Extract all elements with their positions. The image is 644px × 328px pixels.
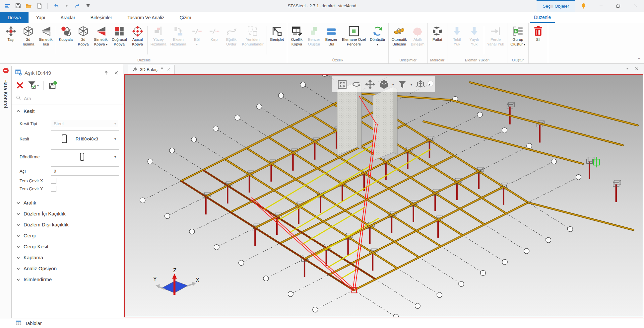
axis-x-label: X (196, 277, 199, 283)
section-collapsed-aralık[interactable]: Aralık (12, 197, 123, 207)
ribbon-button-trim: Kırp (206, 26, 223, 42)
section-collapsed-gergi-kesit[interactable]: Gergi-Kesit (12, 240, 123, 251)
selected-objects-tab[interactable]: Seçili Objeler (537, 0, 575, 12)
notifications-bell-icon[interactable] (575, 0, 592, 12)
save-button[interactable] (14, 2, 22, 10)
tab-close-icon[interactable] (166, 67, 171, 72)
cube3d-icon (78, 26, 89, 37)
aci-input[interactable] (51, 166, 119, 176)
axes-dropdown-icon[interactable]: ▾ (429, 83, 430, 86)
save-preset-button[interactable] (48, 81, 57, 90)
orbit-button[interactable] (350, 78, 362, 91)
ribbon-tab-birleşimler[interactable]: Birleşimler (83, 12, 120, 23)
distributed-load-icon (469, 26, 480, 37)
ribbon-group-makrolar: PatlatMakrolar (428, 23, 447, 63)
ribbon-button-property-copy[interactable]: ÖzellikKopya (288, 26, 305, 46)
ribbon-button-label: BenzerBul (325, 38, 337, 46)
ribbon-tab-araçlar[interactable]: Araçlar (53, 12, 83, 23)
ribbon-button-label: YayılıYük (470, 38, 479, 46)
ribbon-button-mirror-red[interactable]: SimetrikKopya ▾ (92, 26, 110, 47)
clear-filter-button[interactable] (16, 81, 24, 90)
panel-close-icon[interactable] (112, 69, 120, 77)
ribbon-tab-yapı[interactable]: Yapı (29, 12, 53, 23)
ribbon-button-angular-copy[interactable]: AçısalKopya (129, 26, 146, 46)
ribbon-tab-tasarım-ve-analiz[interactable]: Tasarım Ve Analiz (120, 12, 172, 23)
section-collapsed-düzlem-i̇çi-kaçıklık[interactable]: Düzlem İçi Kaçıklık (12, 207, 123, 218)
3d-viewport[interactable]: Y Z X ▾ ▾ ▾ (124, 74, 643, 317)
view-tab-3d[interactable]: 3D Bakış (128, 65, 175, 74)
kesit-select[interactable]: RH80x40x3 ▾ (51, 130, 119, 147)
filter-dropdown-icon[interactable]: ▾ (37, 84, 39, 87)
filter-apply-button[interactable]: ▾ (28, 80, 39, 90)
axes-view-button[interactable] (414, 78, 427, 91)
ribbon-button-linear-copy[interactable]: DoğrusalKopya (110, 26, 129, 46)
ters-cevir-y-label: Ters Çevir Y (20, 186, 51, 191)
tables-button[interactable]: Tablolar (15, 319, 42, 327)
titlebar: STASteel - 2.7.1 -demirci .steel4cad Seç… (0, 0, 644, 12)
ribbon-button-mirror-gray[interactable]: SimetrikTaşı (37, 26, 55, 46)
ters-cevir-x-checkbox[interactable] (51, 178, 56, 184)
qat-options-button[interactable] (84, 2, 92, 10)
smart-connection-icon (412, 26, 423, 37)
section-collapsed-düzlem-dışı-kaçıklık[interactable]: Düzlem Dışı kaçıklık (12, 218, 123, 229)
contextual-tab-duzenle[interactable]: Düzenle (530, 12, 555, 23)
new-file-button[interactable] (35, 2, 43, 10)
qat-separator (47, 3, 48, 9)
similar-create-icon (308, 26, 320, 37)
ribbon-button-delete[interactable]: Sil (530, 26, 547, 42)
section-collapsed-i̇simlendirme[interactable]: İsimlendirme (12, 273, 123, 284)
tab-list-dropdown-icon[interactable] (625, 66, 629, 72)
tab-bar-close-icon[interactable] (635, 66, 639, 72)
document-tab-bar: 3D Bakış (123, 64, 644, 74)
split-icon (191, 26, 203, 37)
error-control-tab[interactable]: Hata Kontrol (3, 79, 8, 108)
section-kesit-header[interactable]: Kesit (12, 105, 123, 116)
redo-button[interactable] (73, 2, 81, 10)
filter-button[interactable] (396, 78, 409, 91)
pan-button[interactable] (364, 78, 376, 91)
chevron-down-icon (16, 212, 20, 216)
ribbon-button-cube3d[interactable]: 3dKopya (75, 26, 92, 46)
ribbon-button-convert[interactable]: Dönüştür▾ (368, 26, 387, 47)
ribbon-button-element-window[interactable]: Elemane ÖzelPencere (340, 26, 368, 46)
close-button[interactable] (627, 0, 644, 12)
3d-scene: Y Z X (125, 75, 643, 317)
view-cube-button[interactable] (378, 78, 390, 91)
section-collapsed-gergi[interactable]: Gergi (12, 229, 123, 240)
search-icon (16, 95, 21, 102)
ribbon-button-explode[interactable]: Patlat (429, 26, 446, 42)
open-folder-button[interactable] (25, 2, 32, 10)
panel-pin-icon[interactable] (102, 69, 110, 77)
undo-button[interactable] (52, 2, 60, 10)
angular-copy-icon (132, 26, 143, 37)
ribbon-button-group-create[interactable]: GurupOluştur ▾ (508, 26, 527, 47)
ribbon-button-cube3d[interactable]: 3dTaşıma (20, 26, 37, 46)
tab-pin-icon[interactable] (160, 67, 164, 72)
ribbon-tab-row: DosyaYapıAraçlarBirleşimlerTasarım Ve An… (0, 12, 644, 23)
restore-button[interactable] (610, 0, 627, 12)
minimize-button[interactable] (592, 0, 610, 12)
ribbon-button-similar-find[interactable]: BenzerBul (323, 26, 340, 46)
zoom-extents-button[interactable] (336, 78, 349, 91)
dondurme-select[interactable]: ▾ (51, 149, 119, 164)
group-create-icon (512, 26, 524, 37)
view-dropdown-icon[interactable]: ▾ (392, 83, 394, 86)
ribbon-collapse-chevron-icon[interactable]: ⌃ (637, 57, 641, 62)
ters-cevir-y-checkbox[interactable] (51, 186, 56, 192)
filter-dropdown-icon[interactable]: ▾ (411, 83, 412, 86)
ribbon-button-label: ÖzellikKopya (291, 38, 303, 46)
ribbon-tab-dosya[interactable]: Dosya (0, 12, 29, 23)
ribbon-tab-çizim[interactable]: Çizim (172, 12, 199, 23)
undo-dropdown-icon[interactable] (63, 2, 71, 10)
ribbon-button-copy[interactable]: Kopyala (57, 26, 75, 42)
ribbon-button-label: BenzerOluştur (308, 38, 320, 46)
ribbon-button-move[interactable]: Taşı (2, 26, 20, 42)
section-collapsed-analiz-opsiyon[interactable]: Analiz Opsiyon (12, 262, 123, 273)
ribbon-button-extend[interactable]: Genişlet (268, 26, 286, 42)
ribbon-button-label: Böl▾ (194, 38, 200, 47)
ribbon-button-auto-connection[interactable]: OtomatikBirleşim (390, 26, 409, 46)
search-input[interactable] (24, 96, 97, 101)
section-collapsed-kaplama[interactable]: Kaplama (12, 251, 123, 262)
reposition-icon (247, 26, 258, 37)
panel-toolbar: ▾ (12, 78, 123, 92)
